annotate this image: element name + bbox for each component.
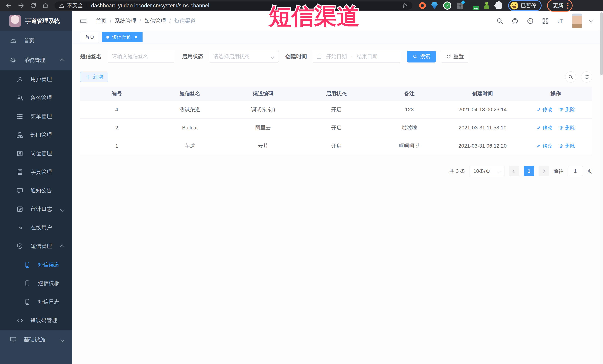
- hamburger-icon[interactable]: [80, 18, 87, 24]
- sidebar-item-audit-log[interactable]: 审计日志: [0, 200, 72, 219]
- top-navbar: 首页 / 系统管理 / 短信管理 / 短信渠道 ? tT: [72, 11, 600, 31]
- browser-menu-icon[interactable]: [567, 3, 568, 9]
- browser-update-button[interactable]: 更新: [547, 0, 573, 12]
- extensions-puzzle-icon[interactable]: [496, 2, 502, 9]
- sidebar-item-label: 错误码管理: [30, 317, 57, 324]
- forward-icon[interactable]: [17, 2, 24, 9]
- extension-grid-icon[interactable]: [457, 2, 464, 9]
- date-range-picker[interactable]: 开始日期 - 结束日期: [312, 51, 401, 63]
- sidebar-item-system[interactable]: 系统管理: [0, 50, 72, 70]
- delete-link[interactable]: 删除: [559, 143, 575, 149]
- logo-image: [9, 15, 21, 27]
- sidebar-item-infrastructure[interactable]: 基础设施: [0, 330, 72, 349]
- delete-link[interactable]: 删除: [559, 106, 575, 113]
- sidebar-item-sms-template[interactable]: 短信模板: [0, 274, 72, 293]
- cell-signature: 测试渠道: [153, 106, 226, 113]
- refresh-table-button[interactable]: [581, 71, 592, 83]
- github-icon[interactable]: [511, 17, 519, 25]
- search-icon[interactable]: [496, 17, 504, 25]
- cell-remark: 123: [373, 107, 446, 112]
- breadcrumb-item[interactable]: 系统管理: [115, 17, 136, 25]
- user-icon: [16, 76, 23, 83]
- signature-filter-label: 短信签名: [80, 53, 102, 60]
- page-number-1[interactable]: 1: [524, 166, 534, 176]
- extension-check-icon[interactable]: [443, 1, 451, 10]
- reset-button-label: 重置: [453, 53, 464, 60]
- page-scrollbar[interactable]: [600, 11, 603, 364]
- sidebar-item-sms-log[interactable]: 短信日志: [0, 293, 72, 311]
- sidebar-item-roles[interactable]: 角色管理: [0, 89, 72, 107]
- table-row: 4 测试渠道 调试(钉钉) 开启 123 2021-04-13 00:23:14…: [80, 100, 592, 119]
- page-size-select[interactable]: 10条/页: [470, 166, 504, 176]
- tab-sms-channel[interactable]: 短信渠道: [102, 32, 142, 42]
- edit-label: 修改: [543, 124, 553, 131]
- reset-button[interactable]: 重置: [441, 51, 469, 63]
- sidebar-item-online-users[interactable]: (A) 在线用户: [0, 219, 72, 237]
- back-icon[interactable]: [5, 2, 12, 9]
- extension-donut-icon[interactable]: [419, 2, 426, 9]
- add-button[interactable]: 新增: [80, 72, 108, 82]
- col-header: 渠道编码: [226, 90, 300, 97]
- help-icon[interactable]: ?: [527, 17, 534, 25]
- edit-link[interactable]: 修改: [536, 106, 553, 113]
- bookmark-star-icon[interactable]: [402, 2, 408, 9]
- url-text[interactable]: dashboard.yudao.iocoder.cn/system/sms-ch…: [91, 3, 209, 9]
- sidebar-item-notice[interactable]: 通知公告: [0, 181, 72, 200]
- sidebar-item-departments[interactable]: 部门管理: [0, 126, 72, 144]
- avatar-dropdown-icon[interactable]: [590, 19, 593, 23]
- col-header: 启用状态: [300, 90, 373, 97]
- sidebar-item-sms[interactable]: 短信管理: [0, 237, 72, 255]
- sidebar-item-posts[interactable]: 岗位管理: [0, 144, 72, 163]
- reload-icon[interactable]: [30, 2, 37, 9]
- font-size-icon[interactable]: tT: [557, 17, 564, 25]
- warning-icon: [59, 3, 65, 8]
- sidebar-item-home[interactable]: 首页: [0, 31, 72, 50]
- delete-link[interactable]: 删除: [559, 124, 575, 131]
- cell-id: 4: [80, 107, 153, 112]
- extension-on-badge: on: [473, 6, 479, 10]
- navbar-actions: ? tT: [496, 13, 600, 28]
- prev-page-button[interactable]: [509, 166, 519, 176]
- address-bar[interactable]: 不安全 dashboard.yudao.iocoder.cn/system/sm…: [55, 1, 412, 10]
- browser-profile-button[interactable]: 已暂停: [508, 0, 542, 11]
- search-button[interactable]: 搜索: [407, 51, 436, 63]
- toggle-search-button[interactable]: [565, 71, 576, 83]
- home-icon[interactable]: [42, 2, 49, 9]
- tab-home[interactable]: 首页: [80, 32, 99, 42]
- sidebar-item-dict[interactable]: 字典管理: [0, 163, 72, 181]
- sidebar-item-label: 角色管理: [30, 94, 52, 102]
- sidebar-item-users[interactable]: 用户管理: [0, 70, 72, 89]
- sidebar-item-sms-channel[interactable]: 短信渠道: [0, 255, 72, 274]
- breadcrumb-item[interactable]: 短信管理: [144, 17, 166, 25]
- sidebar-item-menus[interactable]: 菜单管理: [0, 107, 72, 126]
- edit-link[interactable]: 修改: [536, 124, 553, 131]
- chevron-up-icon: [61, 243, 64, 249]
- pagination: 共 3 条 10条/页 1 前往 页: [80, 166, 592, 176]
- sidebar-item-label: 首页: [24, 37, 35, 44]
- chevron-down-icon: [498, 168, 500, 174]
- close-icon[interactable]: [134, 35, 138, 39]
- sidebar-item-label: 系统管理: [24, 56, 45, 64]
- extension-person-icon[interactable]: [483, 2, 490, 9]
- pencil-icon: [536, 143, 541, 148]
- fullscreen-icon[interactable]: [542, 17, 549, 25]
- signature-input[interactable]: [112, 53, 171, 60]
- edit-link[interactable]: 修改: [536, 143, 553, 149]
- scrollbar-thumb[interactable]: [600, 12, 603, 75]
- table-toolbar: 新增: [80, 71, 592, 83]
- sidebar-item-error-code[interactable]: 错误码管理: [0, 311, 72, 330]
- app-logo[interactable]: 芋道管理系统: [0, 11, 72, 31]
- trash-icon: [559, 107, 564, 112]
- status-select[interactable]: 请选择启用状态: [209, 51, 279, 63]
- phone-icon: [24, 280, 31, 287]
- cell-id: 1: [80, 143, 153, 149]
- extension-gem-icon[interactable]: [431, 2, 438, 9]
- breadcrumb-item[interactable]: 首页: [96, 17, 106, 25]
- sidebar-menu: 首页 系统管理 用户管理 角色管理 菜单管理: [0, 31, 72, 349]
- extension-list-icon[interactable]: on: [470, 2, 478, 9]
- next-page-button[interactable]: [539, 166, 549, 176]
- cell-code: 调试(钉钉): [226, 106, 300, 113]
- chevron-down-icon: [61, 206, 64, 212]
- goto-page-input[interactable]: [568, 166, 583, 176]
- user-avatar[interactable]: [572, 13, 582, 28]
